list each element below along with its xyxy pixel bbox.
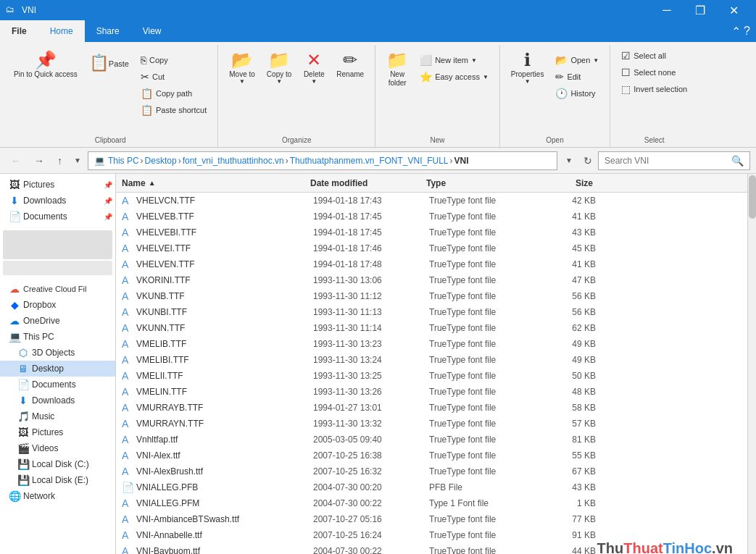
sidebar-item-local-e[interactable]: 💾 Local Disk (E:): [0, 472, 115, 488]
sidebar-item-music[interactable]: 🎵 Music: [0, 408, 115, 424]
table-row[interactable]: A VNI-Baybuom.ttf 2004-07-30 00:22 TrueT…: [116, 543, 747, 554]
table-row[interactable]: A VNI-Alex.ttf 2007-10-25 16:38 TrueType…: [116, 448, 747, 463]
sidebar-item-downloads[interactable]: ⬇ Downloads 📌: [0, 193, 115, 209]
sidebar-item-pictures2[interactable]: 🖼 Pictures: [0, 424, 115, 440]
path-dropdown-button[interactable]: ▼: [560, 153, 578, 168]
delete-button[interactable]: ✕ Delete ▼: [298, 48, 330, 88]
sidebar-label-dropbox: Dropbox: [23, 300, 56, 310]
pin-to-quick-button[interactable]: 📌 Pin to Quick access: [9, 48, 83, 83]
back-button[interactable]: ←: [6, 151, 26, 170]
col-size[interactable]: Size: [535, 178, 593, 188]
forward-button[interactable]: →: [29, 151, 49, 170]
sidebar-item-videos[interactable]: 🎬 Videos: [0, 440, 115, 456]
sidebar-item-desktop[interactable]: 🖥 Desktop: [0, 361, 115, 377]
table-row[interactable]: A VMELII.TTF 1993-11-30 13:25 TrueType f…: [116, 368, 747, 384]
table-row[interactable]: A VNI-Annabelle.ttf 2007-10-25 16:24 Tru…: [116, 527, 747, 543]
tab-file[interactable]: File: [0, 20, 38, 42]
table-row[interactable]: A VMURRAYB.TTF 1994-01-27 13:01 TrueType…: [116, 400, 747, 416]
col-name[interactable]: Name ▲: [122, 178, 310, 188]
file-type: TrueType font file: [429, 419, 538, 429]
close-button[interactable]: ✕: [717, 0, 750, 20]
documents-icon: 📄: [9, 211, 20, 222]
move-to-button[interactable]: 📂 Move to ▼: [224, 48, 260, 88]
table-row[interactable]: A VMELIB.TTF 1993-11-30 13:23 TrueType f…: [116, 336, 747, 352]
paste-shortcut-button[interactable]: 📋 Paste shortcut: [136, 102, 212, 118]
table-row[interactable]: A VHELVEBI.TTF 1994-01-18 17:45 TrueType…: [116, 224, 747, 240]
properties-button[interactable]: ℹ Properties ▼: [506, 48, 549, 88]
easy-access-button[interactable]: ⭐ Easy access ▼: [415, 69, 494, 85]
path-full[interactable]: Thuthuatphanmem.vn_FONT_VNI_FULL: [290, 156, 449, 166]
table-row[interactable]: A VKUNN.TTF 1993-11-30 11:14 TrueType fo…: [116, 320, 747, 336]
window-controls: ─ ❐ ✕: [650, 0, 750, 20]
table-row[interactable]: A VMURRAYN.TTF 1993-11-30 13:32 TrueType…: [116, 416, 747, 432]
file-name: Vnhltfap.ttf: [136, 435, 313, 445]
search-box[interactable]: 🔍: [598, 151, 750, 170]
sidebar-item-3d-objects[interactable]: ⬡ 3D Objects: [0, 345, 115, 361]
file-name: VHELVEI.TTF: [136, 243, 313, 253]
path-font[interactable]: font_vni_thuthuattinhoc.vn: [183, 156, 284, 166]
copy-to-button[interactable]: 📁 Copy to ▼: [262, 48, 296, 88]
path-pc[interactable]: This PC: [108, 156, 139, 166]
sidebar-item-downloads2[interactable]: ⬇ Downloads: [0, 393, 115, 408]
sidebar-item-network[interactable]: 🌐 Network: [0, 488, 115, 504]
tab-view[interactable]: View: [131, 20, 173, 42]
table-row[interactable]: A VKORINI.TTF 1993-11-30 13:06 TrueType …: [116, 272, 747, 288]
ribbon-expand-button[interactable]: ⌃: [731, 25, 741, 38]
tab-home[interactable]: Home: [38, 20, 85, 42]
table-row[interactable]: A VHELVEN.TTF 1994-01-18 17:48 TrueType …: [116, 256, 747, 272]
sidebar-item-local-c[interactable]: 💾 Local Disk (C:): [0, 456, 115, 472]
table-row[interactable]: A VKUNB.TTF 1993-11-30 11:12 TrueType fo…: [116, 288, 747, 304]
documents2-icon: 📄: [17, 379, 29, 390]
tab-share[interactable]: Share: [85, 20, 131, 42]
table-row[interactable]: A VMELIN.TTF 1993-11-30 13:26 TrueType f…: [116, 384, 747, 400]
table-row[interactable]: A VNI-AlexBrush.ttf 2007-10-25 16:32 Tru…: [116, 463, 747, 479]
invert-selection-button[interactable]: ⬚ Invert selection: [616, 81, 692, 97]
file-size: 56 KB: [538, 291, 596, 301]
table-row[interactable]: A VNI-AmbianceBTSwash.ttf 2007-10-27 05:…: [116, 511, 747, 527]
table-row[interactable]: A VHELVEB.TTF 1994-01-18 17:45 TrueType …: [116, 209, 747, 224]
paste-button[interactable]: 📋 Paste: [84, 51, 134, 75]
select-all-button[interactable]: ☑ Select all: [616, 48, 692, 64]
search-input[interactable]: [605, 156, 728, 166]
table-row[interactable]: A VHELVEI.TTF 1994-01-18 17:46 TrueType …: [116, 240, 747, 256]
table-row[interactable]: A VMELIBI.TTF 1993-11-30 13:24 TrueType …: [116, 352, 747, 368]
sidebar-item-pictures[interactable]: 🖼 Pictures 📌: [0, 177, 115, 193]
open-button[interactable]: 📂 Open ▼: [550, 52, 604, 68]
col-date[interactable]: Date modified: [310, 178, 426, 188]
sidebar-item-onedrive[interactable]: ☁ OneDrive: [0, 313, 115, 329]
new-folder-icon: 📁: [386, 51, 408, 69]
copy-path-button[interactable]: 📋 Copy path: [136, 85, 212, 101]
new-item-button[interactable]: ⬜ New item ▼: [415, 52, 494, 68]
sidebar-item-documents[interactable]: 📄 Documents 📌: [0, 209, 115, 224]
file-type-icon: A: [122, 466, 133, 477]
maximize-button[interactable]: ❐: [684, 0, 717, 20]
up-button[interactable]: ↑: [52, 151, 67, 170]
select-label: Select: [610, 136, 698, 144]
address-path[interactable]: 💻 This PC › Desktop › font_vni_thuthuatt…: [88, 151, 557, 170]
cut-button[interactable]: ✂ Cut: [136, 69, 212, 85]
refresh-button[interactable]: ↻: [581, 152, 595, 169]
minimize-button[interactable]: ─: [650, 0, 684, 20]
table-row[interactable]: A VKUNBI.TTF 1993-11-30 11:13 TrueType f…: [116, 304, 747, 320]
table-row[interactable]: A VHELVCN.TTF 1994-01-18 17:43 TrueType …: [116, 193, 747, 209]
sidebar-item-this-pc[interactable]: 💻 This PC: [0, 329, 115, 345]
edit-button[interactable]: ✏ Edit: [550, 69, 604, 85]
table-row[interactable]: A VNIALLEG.PFM 2004-07-30 00:22 Type 1 F…: [116, 495, 747, 511]
help-button[interactable]: ?: [744, 25, 750, 38]
history-button[interactable]: 🕐 History: [550, 85, 604, 101]
new-buttons: 📁 Newfolder ⬜ New item ▼ ⭐ Easy access ▼: [381, 45, 494, 114]
sidebar-item-documents2[interactable]: 📄 Documents: [0, 377, 115, 393]
select-none-button[interactable]: ☐ Select none: [616, 64, 692, 80]
table-row[interactable]: 📄 VNIALLEG.PFB 2004-07-30 00:20 PFB File…: [116, 479, 747, 495]
table-row[interactable]: A Vnhltfap.ttf 2005-03-05 09:40 TrueType…: [116, 432, 747, 448]
recent-locations-button[interactable]: ▼: [70, 154, 85, 167]
copy-button[interactable]: ⎘ Copy: [136, 52, 212, 68]
sidebar-item-dropbox[interactable]: ◆ Dropbox: [0, 297, 115, 313]
new-folder-button[interactable]: 📁 Newfolder: [381, 48, 413, 91]
sidebar-item-creative-cloud[interactable]: ☁ Creative Cloud Fil: [0, 281, 115, 297]
file-type-icon: A: [122, 259, 133, 270]
scrollbar-thumb[interactable]: [749, 175, 756, 219]
rename-button[interactable]: ✏ Rename: [331, 48, 369, 82]
col-type[interactable]: Type: [426, 178, 535, 188]
path-desktop[interactable]: Desktop: [145, 156, 177, 166]
